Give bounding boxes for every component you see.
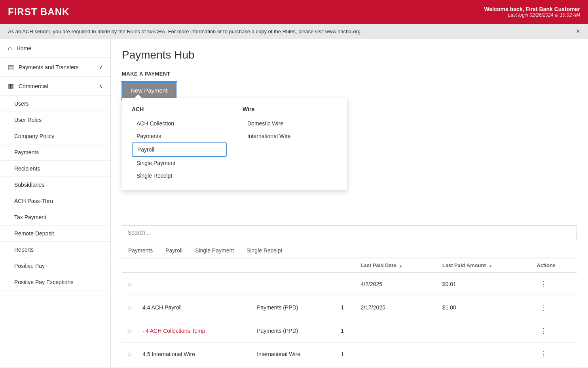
row-recipients: 1 [336,343,356,366]
nacha-banner: As an ACH sender, you are required to ab… [0,24,588,39]
star-button[interactable]: ☆ [127,351,132,358]
sidebar-item-label: Home [17,45,102,51]
row-last-paid-date [356,343,438,366]
sidebar-item-payments[interactable]: Payments [0,144,110,161]
sidebar: ⌂ Home ▤ Payments and Transfers ∨ ▦ Comm… [0,39,111,367]
row-last-paid-date [356,319,438,343]
dropdown-item-international-wire[interactable]: International Wire [243,130,338,142]
actions-menu-button[interactable]: ⋮ [537,278,550,290]
col-last-paid-date[interactable]: Last Paid Date ▲ [356,258,438,273]
sidebar-item-label: Company Policy [14,133,54,139]
sort-icon-date: ▲ [399,264,403,268]
wire-column-title: Wire [243,106,338,112]
dropdown-item-payments[interactable]: Payments [132,130,227,142]
actions-menu-button[interactable]: ⋮ [537,302,550,313]
app-header: FIRST BANK Welcome back, First Bank Cust… [0,0,588,24]
payments-table-section: Payments Payroll Single Payment Single R… [122,225,577,366]
tab-single-payment[interactable]: Single Payment [189,243,240,258]
dropdown-arrow [134,94,142,98]
sidebar-item-label: Users [14,101,29,107]
sidebar-item-label: Positive Pay [14,263,45,269]
row-last-paid-amount: $0.01 [438,273,532,296]
sidebar-item-label: Tax Payment [14,214,46,220]
banner-close-button[interactable]: × [576,28,580,35]
page-title: Payments Hub [122,49,577,61]
row-name [138,273,252,296]
payment-type-dropdown: ACH ACH Collection Payments Payroll Sing… [122,98,347,190]
row-last-paid-amount: $1.00 [438,296,532,319]
col-actions: Actions [532,258,577,273]
sidebar-item-ach-pass-thru[interactable]: ACH Pass-Thru [0,193,110,209]
row-type: Payments (PPD) [252,296,336,319]
chevron-down-icon: ∨ [99,64,102,70]
col-type [252,258,336,273]
col-star [122,258,138,273]
star-button[interactable]: ☆ [127,304,132,311]
ach-collections-temp-link[interactable]: 4 ACH Collections Temp [146,328,205,334]
row-last-paid-date: 2/17/2025 [356,296,438,319]
sidebar-item-label: Recipients [14,165,40,172]
sidebar-item-tax-payment[interactable]: Tax Payment [0,209,110,226]
home-icon: ⌂ [8,45,12,52]
sidebar-item-reports[interactable]: Reports [0,242,110,258]
sidebar-item-subsidiaries[interactable]: Subsidiaries [0,177,110,193]
sidebar-item-positive-pay-exceptions[interactable]: Positive Pay Exceptions [0,274,110,290]
sidebar-item-label: Positive Pay Exceptions [14,279,73,285]
star-button[interactable]: ☆ [127,281,132,288]
sidebar-item-label: ACH Pass-Thru [14,198,53,204]
dropdown-item-single-payment[interactable]: Single Payment [132,157,227,169]
sidebar-item-recipients[interactable]: Recipients [0,161,110,177]
sidebar-item-user-roles[interactable]: User Roles [0,112,110,128]
table-row: ☆ 4.5 International Wire International W… [122,343,577,366]
star-button[interactable]: ☆ [127,327,132,335]
sidebar-item-positive-pay[interactable]: Positive Pay [0,258,110,274]
row-last-paid-date: 4/2/2025 [356,273,438,296]
table-row: ☆ 4.4 ACH Payroll Payments (PPD) 1 2/17/… [122,296,577,319]
col-name [138,258,252,273]
user-info: Welcome back, First Bank Customer Last l… [484,6,580,18]
row-name: · 4 ACH Collections Temp [138,319,252,343]
new-payment-button[interactable]: New Payment [122,82,176,99]
col-recipients [336,258,356,273]
tab-payments[interactable]: Payments [122,243,159,258]
row-recipients: 1 [336,319,356,343]
dropdown-item-domestic-wire[interactable]: Domestic Wire [243,117,338,130]
dropdown-item-single-receipt[interactable]: Single Receipt [132,169,227,182]
ach-column: ACH ACH Collection Payments Payroll Sing… [132,106,227,182]
dropdown-columns: ACH ACH Collection Payments Payroll Sing… [132,106,338,182]
actions-menu-button[interactable]: ⋮ [537,348,550,360]
row-type: International Wire [252,343,336,366]
row-name: 4.5 International Wire [138,343,252,366]
table-row: ☆ · 4 ACH Collections Temp Payments (PPD… [122,319,577,343]
last-login-text: Last login 02/26/2024 at 10:02 AM [484,12,580,18]
sidebar-item-payments-transfers[interactable]: ▤ Payments and Transfers ∨ [0,58,110,77]
chevron-up-icon: ∧ [99,83,102,89]
payments-tabs: Payments Payroll Single Payment Single R… [122,243,577,258]
sidebar-item-users[interactable]: Users [0,96,110,112]
main-content: Payments Hub MAKE A PAYMENT New Payment … [111,39,588,367]
tab-single-receipt[interactable]: Single Receipt [240,243,288,258]
sidebar-item-label: Payments [14,149,39,156]
sidebar-item-commercial[interactable]: ▦ Commercial ∧ [0,77,110,96]
row-recipients: 1 [336,296,356,319]
col-last-paid-amount[interactable]: Last Paid Amount ▲ [438,258,532,273]
sidebar-item-label: Commercial [19,83,99,89]
table-row: ☆ 4/2/2025 $0.01 ⋮ [122,273,577,296]
wire-column: Wire Domestic Wire International Wire [243,106,338,182]
sidebar-item-company-policy[interactable]: Company Policy [0,128,110,144]
building-icon: ▦ [8,82,14,90]
search-input[interactable] [122,225,577,240]
dropdown-item-payroll[interactable]: Payroll [132,142,227,157]
row-name: 4.4 ACH Payroll [138,296,252,319]
row-last-paid-amount [438,343,532,366]
row-type [252,273,336,296]
actions-menu-button[interactable]: ⋮ [537,325,550,337]
sort-icon-amount: ▲ [488,264,492,268]
sidebar-item-label: Reports [14,247,34,253]
card-icon: ▤ [8,63,14,71]
sidebar-item-label: Payments and Transfers [19,64,99,70]
sidebar-item-remote-deposit[interactable]: Remote Deposit [0,226,110,242]
dropdown-item-ach-collection[interactable]: ACH Collection [132,117,227,130]
tab-payroll[interactable]: Payroll [159,243,189,258]
sidebar-item-home[interactable]: ⌂ Home [0,39,110,58]
